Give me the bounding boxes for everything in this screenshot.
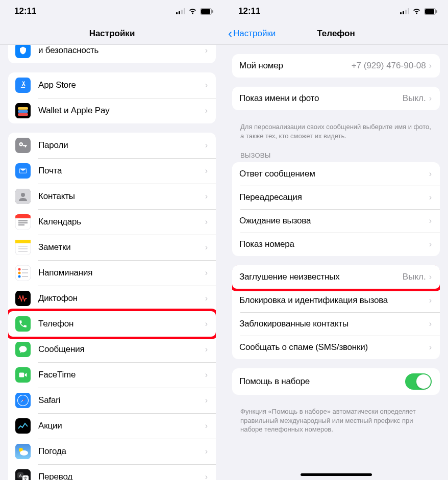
chevron-icon: › <box>429 272 432 282</box>
dial-assist-toggle[interactable] <box>405 373 432 390</box>
row-value: +7 (929) 476-90-08 <box>352 61 426 71</box>
svg-rect-6 <box>212 10 213 13</box>
row-facetime[interactable]: FaceTime› <box>8 362 216 388</box>
cellular-icon <box>400 8 409 14</box>
chevron-icon: › <box>205 421 208 431</box>
back-label: Настройки <box>233 29 276 39</box>
row-label: Перевод <box>38 472 205 480</box>
row-stocks[interactable]: Акции› <box>8 413 216 439</box>
status-time: 12:11 <box>238 6 260 16</box>
row-label: Wallet и Apple Pay <box>38 106 205 116</box>
chevron-icon: › <box>429 169 432 179</box>
row-name-photo[interactable]: Показ имени и фото Выкл. › <box>232 87 440 110</box>
stocks-icon <box>15 418 31 434</box>
row-translate[interactable]: A文Перевод› <box>8 464 216 480</box>
settings-content[interactable]: и безопасность › App Store›Wallet и Appl… <box>0 45 224 480</box>
row-value: Выкл. <box>403 93 426 104</box>
row-dial-assist[interactable]: Помощь в наборе <box>232 368 440 395</box>
svg-rect-21 <box>15 240 31 243</box>
row-privacy[interactable]: и безопасность › <box>8 45 216 63</box>
chevron-icon: › <box>205 166 208 175</box>
row-item[interactable]: Переадресация› <box>232 186 440 209</box>
svg-rect-29 <box>22 269 28 270</box>
svg-rect-1 <box>179 11 180 14</box>
row-key[interactable]: Пароли› <box>8 133 216 158</box>
svg-rect-16 <box>18 220 28 221</box>
highlight-box: Заглушение неизвестныхВыкл.› <box>232 265 440 291</box>
row-my-number[interactable]: Мой номер +7 (929) 476-90-08 › <box>232 54 440 78</box>
row-label: Мой номер <box>239 61 352 71</box>
nav-title: Телефон <box>317 29 355 39</box>
battery-icon <box>424 8 438 15</box>
phone-screen: 12:11 ‹ Настройки Телефон Мой номер +7 (… <box>224 0 448 480</box>
chevron-icon: › <box>429 343 432 352</box>
nav-title: Настройки <box>89 29 135 39</box>
wifi-icon <box>412 8 421 14</box>
svg-rect-52 <box>436 10 437 13</box>
back-button[interactable]: ‹ Настройки <box>228 27 276 41</box>
row-weather[interactable]: Погода› <box>8 439 216 464</box>
status-icons <box>176 8 214 15</box>
row-reminders[interactable]: Напоминания› <box>8 260 216 286</box>
row-label: Контакты <box>38 191 205 201</box>
home-indicator[interactable] <box>301 473 372 476</box>
svg-rect-3 <box>184 8 185 14</box>
row-label: Пароли <box>38 140 205 150</box>
row-item[interactable]: Заблокированные контакты› <box>232 312 440 336</box>
row-item[interactable]: Ответ сообщением› <box>232 162 440 186</box>
row-label: Переадресация <box>239 192 429 203</box>
chevron-icon: › <box>205 370 208 380</box>
svg-rect-17 <box>18 222 28 223</box>
row-label: Погода <box>38 446 205 457</box>
row-calendar[interactable]: Календарь› <box>8 209 216 235</box>
row-item[interactable]: Ожидание вызова› <box>232 209 440 233</box>
row-item[interactable]: Блокировка и идентификация вызова› <box>232 289 440 312</box>
row-notes[interactable]: Заметки› <box>8 235 216 260</box>
chevron-icon: › <box>429 319 432 329</box>
svg-rect-15 <box>15 217 31 218</box>
svg-point-27 <box>18 272 21 274</box>
row-safari[interactable]: Safari› <box>8 388 216 413</box>
chevron-icon: › <box>205 141 208 150</box>
translate-icon: A文 <box>15 469 31 480</box>
row-messages[interactable]: Сообщения› <box>8 337 216 362</box>
chevron-icon: › <box>205 81 208 90</box>
status-icons <box>400 8 438 15</box>
row-item[interactable]: Заглушение неизвестныхВыкл.› <box>232 265 440 289</box>
messages-icon <box>15 342 31 357</box>
svg-rect-0 <box>176 12 178 14</box>
row-item[interactable]: Сообщать о спаме (SMS/звонки)› <box>232 336 440 359</box>
row-phone[interactable]: Телефон› <box>8 311 216 337</box>
chevron-icon: › <box>205 447 208 456</box>
row-voice[interactable]: Диктофон› <box>8 286 216 311</box>
svg-rect-5 <box>201 9 210 14</box>
svg-rect-18 <box>18 224 24 225</box>
wifi-icon <box>188 8 197 14</box>
row-label: Показ номера <box>239 239 429 249</box>
weather-icon <box>15 444 31 459</box>
row-label: Заблокированные контакты <box>239 319 429 329</box>
row-appstore[interactable]: App Store› <box>8 72 216 98</box>
chevron-icon: › <box>205 472 208 480</box>
row-contacts[interactable]: Контакты› <box>8 184 216 209</box>
row-label: Телефон <box>38 319 205 329</box>
group-privacy: и безопасность › <box>8 45 216 63</box>
dial-assist-footer: Функция «Помощь в наборе» автоматически … <box>232 404 440 435</box>
chevron-icon: › <box>205 192 208 201</box>
row-item[interactable]: Показ номера› <box>232 233 440 256</box>
row-wallet[interactable]: Wallet и Apple Pay› <box>8 98 216 123</box>
appstore-icon <box>15 78 31 93</box>
phone-content[interactable]: Мой номер +7 (929) 476-90-08 › Показ име… <box>224 45 448 480</box>
row-label: Ответ сообщением <box>239 169 429 179</box>
svg-rect-9 <box>18 110 28 113</box>
chevron-icon: › <box>205 217 208 226</box>
name-photo-footer: Для персонализации своих сообщений выбер… <box>232 119 440 141</box>
chevron-icon: › <box>205 345 208 354</box>
calendar-icon <box>15 214 31 230</box>
chevron-icon: › <box>429 94 432 103</box>
chevron-icon: › <box>205 319 208 329</box>
chevron-icon: › <box>205 106 208 115</box>
chevron-icon: › <box>429 216 432 225</box>
highlight-box: Телефон› <box>8 309 216 339</box>
row-mail[interactable]: Почта› <box>8 158 216 184</box>
